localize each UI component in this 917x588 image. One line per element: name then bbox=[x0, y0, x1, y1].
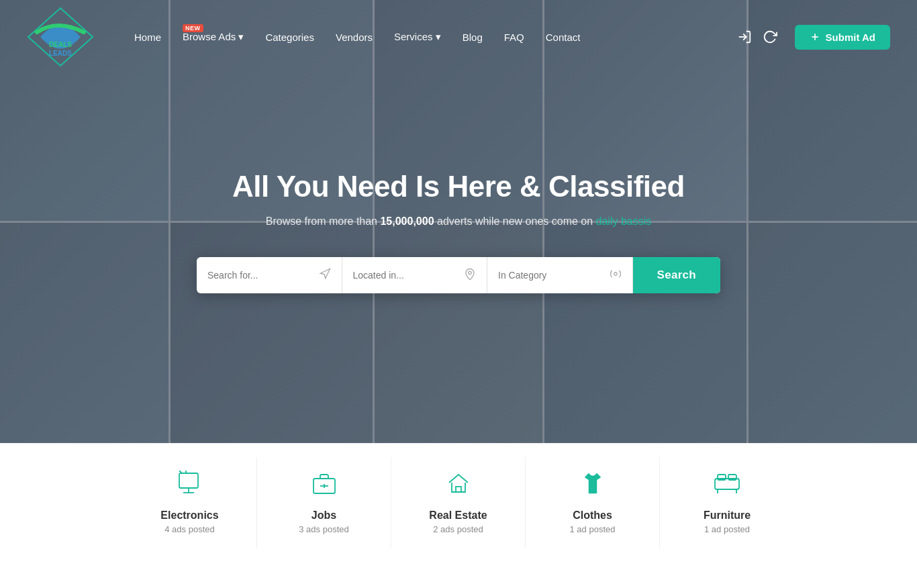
megaphone-icon bbox=[319, 268, 331, 283]
category-card-real-estate[interactable]: Real Estate 2 ads posted bbox=[391, 457, 526, 548]
clothes-icon bbox=[579, 471, 606, 500]
login-icon[interactable] bbox=[737, 30, 752, 44]
svg-rect-8 bbox=[179, 473, 198, 488]
svg-rect-16 bbox=[456, 487, 461, 492]
submit-ad-button[interactable]: Submit Ad bbox=[795, 25, 890, 50]
hero-subtitle: Browse from more than 15,000,000 adverts… bbox=[266, 215, 652, 228]
clothes-count: 1 ad posted bbox=[570, 524, 616, 534]
svg-text:DEALS: DEALS bbox=[49, 41, 72, 48]
location-field bbox=[342, 257, 488, 293]
nav-vendors[interactable]: Vendors bbox=[336, 32, 373, 43]
category-card-electronics[interactable]: Electronics 4 ads posted bbox=[123, 457, 257, 548]
electronics-count: 4 ads posted bbox=[164, 524, 214, 534]
nav-faq[interactable]: FAQ bbox=[504, 32, 524, 43]
electronics-name: Electronics bbox=[160, 509, 218, 522]
category-icon bbox=[610, 268, 622, 283]
jobs-icon bbox=[311, 471, 338, 500]
clothes-name: Clothes bbox=[573, 509, 612, 522]
category-input[interactable] bbox=[498, 270, 604, 281]
electronics-icon bbox=[177, 471, 203, 500]
furniture-name: Furniture bbox=[704, 509, 751, 522]
jobs-count: 3 ads posted bbox=[299, 524, 348, 534]
jobs-name: Jobs bbox=[311, 509, 336, 522]
navbar: DEALS LEADS Home NEW Browse Ads ▾ Catego… bbox=[0, 0, 917, 74]
new-badge: NEW bbox=[183, 24, 203, 32]
refresh-icon[interactable] bbox=[763, 30, 777, 44]
plus-icon bbox=[810, 32, 820, 42]
nav-home[interactable]: Home bbox=[134, 32, 161, 43]
furniture-count: 1 ad posted bbox=[704, 524, 750, 534]
svg-point-6 bbox=[469, 271, 472, 275]
nav-services[interactable]: Services ▾ bbox=[394, 31, 441, 43]
category-field bbox=[487, 257, 633, 293]
search-for-input[interactable] bbox=[207, 270, 313, 281]
nav-contact[interactable]: Contact bbox=[546, 32, 581, 43]
search-for-field bbox=[197, 257, 342, 293]
svg-text:LEADS: LEADS bbox=[49, 50, 72, 57]
real-estate-count: 2 ads posted bbox=[433, 524, 483, 534]
chevron-down-icon: ▾ bbox=[238, 31, 244, 42]
search-button[interactable]: Search bbox=[633, 257, 721, 293]
nav-icons: Submit Ad bbox=[737, 25, 890, 50]
logo[interactable]: DEALS LEADS bbox=[27, 7, 94, 67]
nav-browse-ads[interactable]: NEW Browse Ads ▾ bbox=[183, 31, 244, 43]
chevron-down-icon: ▾ bbox=[436, 31, 441, 42]
svg-point-7 bbox=[614, 273, 617, 276]
furniture-icon bbox=[712, 471, 742, 500]
category-card-furniture[interactable]: Furniture 1 ad posted bbox=[660, 457, 794, 548]
real-estate-icon bbox=[445, 471, 472, 500]
nav-categories[interactable]: Categories bbox=[265, 32, 314, 43]
search-bar: Search bbox=[197, 257, 720, 293]
category-card-jobs[interactable]: Jobs 3 ads posted bbox=[257, 457, 391, 548]
location-icon bbox=[464, 268, 476, 283]
nav-blog[interactable]: Blog bbox=[463, 32, 483, 43]
real-estate-name: Real Estate bbox=[429, 509, 487, 522]
hero-title: All You Need Is Here & Classified bbox=[232, 170, 685, 203]
nav-links: Home NEW Browse Ads ▾ Categories Vendors… bbox=[134, 31, 737, 43]
categories-section: Electronics 4 ads posted Jobs 3 ads post… bbox=[0, 443, 917, 568]
location-input[interactable] bbox=[353, 270, 459, 281]
category-card-clothes[interactable]: Clothes 1 ad posted bbox=[526, 457, 660, 548]
